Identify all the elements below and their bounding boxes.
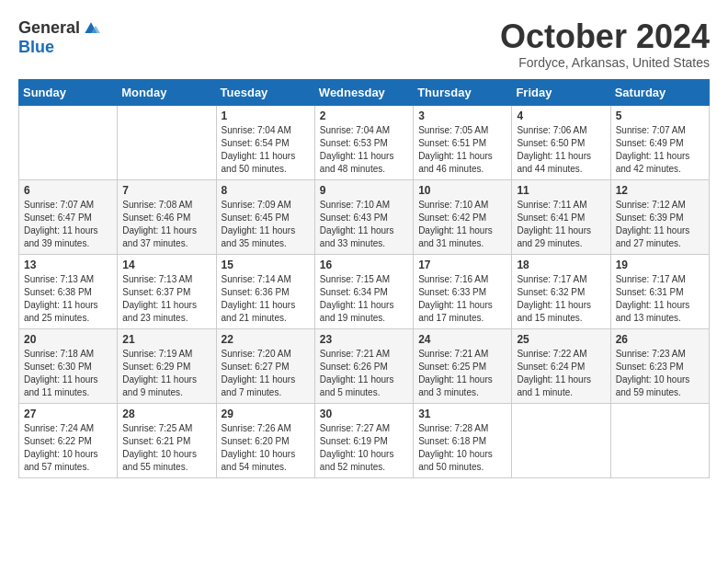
calendar-day-3: 3Sunrise: 7:05 AM Sunset: 6:51 PM Daylig… [414, 105, 512, 179]
day-header-saturday: Saturday [610, 79, 709, 105]
day-info: Sunrise: 7:04 AM Sunset: 6:53 PM Dayligh… [320, 124, 408, 176]
logo-general-text: General [18, 18, 80, 38]
day-info: Sunrise: 7:27 AM Sunset: 6:19 PM Dayligh… [320, 422, 408, 474]
calendar-day-9: 9Sunrise: 7:10 AM Sunset: 6:43 PM Daylig… [314, 179, 413, 254]
calendar-day-6: 6Sunrise: 7:07 AM Sunset: 6:47 PM Daylig… [19, 179, 118, 254]
day-info: Sunrise: 7:14 AM Sunset: 6:36 PM Dayligh… [222, 273, 310, 325]
month-title: October 2024 [500, 18, 710, 55]
day-info: Sunrise: 7:07 AM Sunset: 6:47 PM Dayligh… [24, 199, 112, 250]
calendar-day-23: 23Sunrise: 7:21 AM Sunset: 6:26 PM Dayli… [314, 328, 413, 403]
calendar-day-11: 11Sunrise: 7:11 AM Sunset: 6:41 PM Dayli… [512, 179, 610, 254]
day-info: Sunrise: 7:13 AM Sunset: 6:38 PM Dayligh… [24, 273, 112, 325]
day-number: 27 [24, 408, 112, 420]
day-number: 24 [418, 333, 506, 346]
day-info: Sunrise: 7:23 AM Sunset: 6:23 PM Dayligh… [616, 348, 704, 399]
day-number: 25 [517, 333, 605, 346]
calendar-day-16: 16Sunrise: 7:15 AM Sunset: 6:34 PM Dayli… [314, 254, 413, 328]
day-info: Sunrise: 7:07 AM Sunset: 6:49 PM Dayligh… [616, 124, 704, 176]
calendar-day-14: 14Sunrise: 7:13 AM Sunset: 6:37 PM Dayli… [118, 254, 216, 328]
calendar-day-8: 8Sunrise: 7:09 AM Sunset: 6:45 PM Daylig… [216, 179, 314, 254]
calendar-day-29: 29Sunrise: 7:26 AM Sunset: 6:20 PM Dayli… [216, 403, 314, 477]
day-info: Sunrise: 7:10 AM Sunset: 6:43 PM Dayligh… [320, 199, 408, 250]
day-header-friday: Friday [512, 79, 610, 105]
day-info: Sunrise: 7:21 AM Sunset: 6:26 PM Dayligh… [320, 348, 408, 399]
logo-blue-text: Blue [18, 38, 54, 57]
day-info: Sunrise: 7:10 AM Sunset: 6:42 PM Dayligh… [418, 199, 506, 250]
calendar-day-13: 13Sunrise: 7:13 AM Sunset: 6:38 PM Dayli… [19, 254, 118, 328]
calendar-day-1: 1Sunrise: 7:04 AM Sunset: 6:54 PM Daylig… [216, 105, 314, 179]
day-number: 3 [418, 109, 506, 122]
day-header-thursday: Thursday [414, 79, 512, 105]
calendar-week-row: 1Sunrise: 7:04 AM Sunset: 6:54 PM Daylig… [19, 105, 710, 179]
calendar-day-10: 10Sunrise: 7:10 AM Sunset: 6:42 PM Dayli… [414, 179, 512, 254]
day-info: Sunrise: 7:12 AM Sunset: 6:39 PM Dayligh… [616, 199, 704, 250]
calendar-empty-cell [610, 403, 709, 477]
day-number: 18 [517, 259, 605, 271]
day-number: 12 [616, 184, 704, 197]
calendar-day-24: 24Sunrise: 7:21 AM Sunset: 6:25 PM Dayli… [414, 328, 512, 403]
day-info: Sunrise: 7:18 AM Sunset: 6:30 PM Dayligh… [24, 348, 112, 399]
day-header-tuesday: Tuesday [216, 79, 314, 105]
calendar-day-2: 2Sunrise: 7:04 AM Sunset: 6:53 PM Daylig… [314, 105, 413, 179]
day-header-monday: Monday [118, 79, 216, 105]
day-info: Sunrise: 7:25 AM Sunset: 6:21 PM Dayligh… [122, 422, 210, 474]
calendar-day-31: 31Sunrise: 7:28 AM Sunset: 6:18 PM Dayli… [414, 403, 512, 477]
day-number: 8 [222, 184, 310, 197]
day-number: 5 [616, 109, 704, 122]
day-header-wednesday: Wednesday [314, 79, 413, 105]
day-info: Sunrise: 7:16 AM Sunset: 6:33 PM Dayligh… [418, 273, 506, 325]
day-info: Sunrise: 7:06 AM Sunset: 6:50 PM Dayligh… [517, 124, 605, 176]
day-info: Sunrise: 7:22 AM Sunset: 6:24 PM Dayligh… [517, 348, 605, 399]
location-text: Fordyce, Arkansas, United States [500, 55, 710, 70]
calendar-day-22: 22Sunrise: 7:20 AM Sunset: 6:27 PM Dayli… [216, 328, 314, 403]
day-info: Sunrise: 7:13 AM Sunset: 6:37 PM Dayligh… [122, 273, 210, 325]
calendar-day-30: 30Sunrise: 7:27 AM Sunset: 6:19 PM Dayli… [314, 403, 413, 477]
calendar-week-row: 27Sunrise: 7:24 AM Sunset: 6:22 PM Dayli… [19, 403, 710, 477]
calendar-empty-cell [118, 105, 216, 179]
day-info: Sunrise: 7:19 AM Sunset: 6:29 PM Dayligh… [122, 348, 210, 399]
day-number: 20 [24, 333, 112, 346]
day-number: 4 [517, 109, 605, 122]
calendar-empty-cell [512, 403, 610, 477]
logo-icon [82, 19, 100, 38]
calendar-week-row: 20Sunrise: 7:18 AM Sunset: 6:30 PM Dayli… [19, 328, 710, 403]
calendar-table: SundayMondayTuesdayWednesdayThursdayFrid… [18, 79, 710, 478]
day-number: 10 [418, 184, 506, 197]
day-number: 26 [616, 333, 704, 346]
day-info: Sunrise: 7:04 AM Sunset: 6:54 PM Dayligh… [222, 124, 310, 176]
day-number: 19 [616, 259, 704, 271]
day-info: Sunrise: 7:09 AM Sunset: 6:45 PM Dayligh… [222, 199, 310, 250]
day-number: 1 [222, 109, 310, 122]
day-number: 21 [122, 333, 210, 346]
day-info: Sunrise: 7:20 AM Sunset: 6:27 PM Dayligh… [222, 348, 310, 399]
day-number: 22 [222, 333, 310, 346]
calendar-day-12: 12Sunrise: 7:12 AM Sunset: 6:39 PM Dayli… [610, 179, 709, 254]
day-header-sunday: Sunday [19, 79, 118, 105]
day-number: 9 [320, 184, 408, 197]
day-number: 31 [418, 408, 506, 420]
day-info: Sunrise: 7:21 AM Sunset: 6:25 PM Dayligh… [418, 348, 506, 399]
day-number: 6 [24, 184, 112, 197]
day-number: 16 [320, 259, 408, 271]
calendar-day-5: 5Sunrise: 7:07 AM Sunset: 6:49 PM Daylig… [610, 105, 709, 179]
calendar-day-26: 26Sunrise: 7:23 AM Sunset: 6:23 PM Dayli… [610, 328, 709, 403]
day-number: 29 [222, 408, 310, 420]
page-header: General Blue October 2024 Fordyce, Arkan… [18, 18, 710, 70]
calendar-day-20: 20Sunrise: 7:18 AM Sunset: 6:30 PM Dayli… [19, 328, 118, 403]
calendar-week-row: 6Sunrise: 7:07 AM Sunset: 6:47 PM Daylig… [19, 179, 710, 254]
day-number: 14 [122, 259, 210, 271]
calendar-day-18: 18Sunrise: 7:17 AM Sunset: 6:32 PM Dayli… [512, 254, 610, 328]
calendar-day-27: 27Sunrise: 7:24 AM Sunset: 6:22 PM Dayli… [19, 403, 118, 477]
day-number: 2 [320, 109, 408, 122]
day-number: 17 [418, 259, 506, 271]
calendar-day-25: 25Sunrise: 7:22 AM Sunset: 6:24 PM Dayli… [512, 328, 610, 403]
calendar-day-28: 28Sunrise: 7:25 AM Sunset: 6:21 PM Dayli… [118, 403, 216, 477]
day-info: Sunrise: 7:24 AM Sunset: 6:22 PM Dayligh… [24, 422, 112, 474]
calendar-day-19: 19Sunrise: 7:17 AM Sunset: 6:31 PM Dayli… [610, 254, 709, 328]
day-number: 28 [122, 408, 210, 420]
day-number: 23 [320, 333, 408, 346]
logo: General Blue [18, 18, 100, 57]
day-info: Sunrise: 7:17 AM Sunset: 6:31 PM Dayligh… [616, 273, 704, 325]
day-number: 7 [122, 184, 210, 197]
day-info: Sunrise: 7:11 AM Sunset: 6:41 PM Dayligh… [517, 199, 605, 250]
